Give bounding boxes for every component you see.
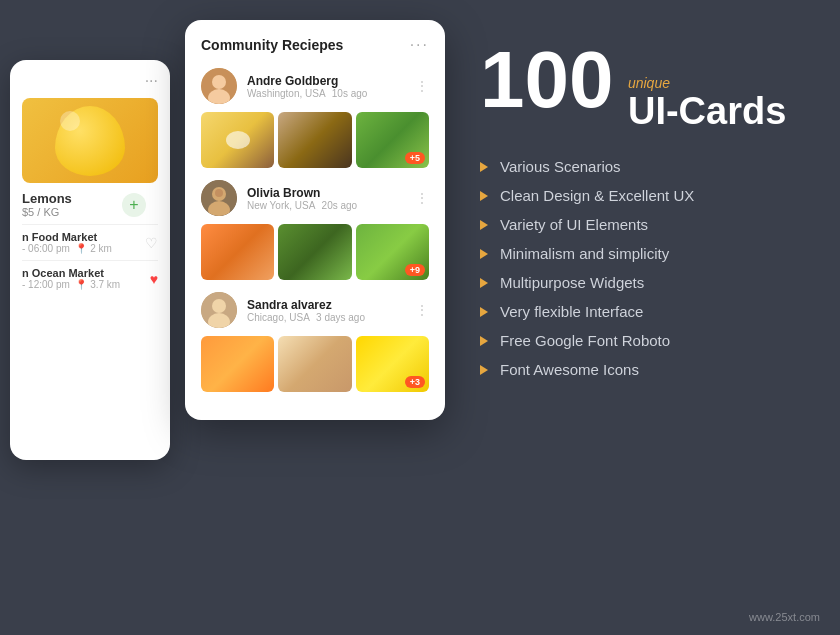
feature-item-7: Font Awesome Icons bbox=[480, 361, 800, 378]
arrow-icon bbox=[480, 365, 488, 375]
feature-item-1: Clean Design & Excellent UX bbox=[480, 187, 800, 204]
feature-text-6: Free Google Font Roboto bbox=[500, 332, 670, 349]
feature-text-5: Very flexible Interface bbox=[500, 303, 643, 320]
big-number: 100 bbox=[480, 40, 613, 120]
ui-cards-label: UI-Cards bbox=[628, 92, 786, 130]
user-name-1: Andre Goldberg bbox=[247, 74, 415, 88]
user-options-2[interactable]: ⋮ bbox=[415, 190, 429, 206]
food-info-row: Lemons $5 / KG + bbox=[22, 191, 158, 218]
features-list: Various ScenariosClean Design & Excellen… bbox=[480, 158, 800, 378]
photo-hand bbox=[278, 336, 351, 392]
heart-icon-2[interactable]: ♥ bbox=[150, 271, 158, 287]
market-item-2: n Ocean Market - 12:00 pm 📍 3.7 km ♥ bbox=[22, 260, 158, 296]
feature-item-4: Multipurpose Widgets bbox=[480, 274, 800, 291]
arrow-icon bbox=[480, 278, 488, 288]
feature-text-7: Font Awesome Icons bbox=[500, 361, 639, 378]
market-detail-1: - 06:00 pm 📍 2 km bbox=[22, 243, 112, 254]
user-info-1: Andre Goldberg Washington, USA 10s ago bbox=[247, 74, 415, 99]
market-item-1: n Food Market - 06:00 pm 📍 2 km ♡ bbox=[22, 224, 158, 260]
user-options-1[interactable]: ⋮ bbox=[415, 78, 429, 94]
photo-eggs bbox=[201, 112, 274, 168]
market-name-1: n Food Market bbox=[22, 231, 112, 243]
card-header: Community Reciepes ··· bbox=[201, 36, 429, 54]
user-options-3[interactable]: ⋮ bbox=[415, 302, 429, 318]
user-row-2: Olivia Brown New York, USA 20s ago ⋮ bbox=[201, 180, 429, 216]
feature-text-0: Various Scenarios bbox=[500, 158, 621, 175]
photo-fish bbox=[278, 112, 351, 168]
arrow-icon bbox=[480, 162, 488, 172]
user-info-3: Sandra alvarez Chicago, USA 3 days ago bbox=[247, 298, 415, 323]
feature-item-3: Minimalism and simplicity bbox=[480, 245, 800, 262]
photo-grid-1: +5 bbox=[201, 112, 429, 168]
user-name-3: Sandra alvarez bbox=[247, 298, 415, 312]
user-row-3: Sandra alvarez Chicago, USA 3 days ago ⋮ bbox=[201, 292, 429, 328]
card-title: Community Reciepes bbox=[201, 37, 343, 53]
feature-item-0: Various Scenarios bbox=[480, 158, 800, 175]
user-section-3: Sandra alvarez Chicago, USA 3 days ago ⋮… bbox=[201, 292, 429, 392]
photo-banana: +3 bbox=[356, 336, 429, 392]
user-section-1: Andre Goldberg Washington, USA 10s ago ⋮… bbox=[201, 68, 429, 168]
card-menu-dots[interactable]: ··· bbox=[410, 36, 429, 54]
lemon-shape bbox=[55, 106, 125, 176]
photo-grid-3: +3 bbox=[201, 336, 429, 392]
heart-icon-1[interactable]: ♡ bbox=[145, 235, 158, 251]
photo-drink bbox=[201, 336, 274, 392]
user-section-2: Olivia Brown New York, USA 20s ago ⋮ +9 bbox=[201, 180, 429, 280]
user-location-3: Chicago, USA 3 days ago bbox=[247, 312, 415, 323]
back-card-dots: ··· bbox=[22, 72, 158, 90]
food-price: $5 / KG bbox=[22, 206, 72, 218]
svg-point-6 bbox=[215, 189, 223, 197]
arrow-icon bbox=[480, 336, 488, 346]
title-block: unique UI-Cards bbox=[628, 75, 786, 130]
feature-text-3: Minimalism and simplicity bbox=[500, 245, 669, 262]
user-name-2: Olivia Brown bbox=[247, 186, 415, 200]
user-location-2: New York, USA 20s ago bbox=[247, 200, 415, 211]
photo-bowl: +9 bbox=[356, 224, 429, 280]
back-card: ··· Lemons $5 / KG + n Food Market - 06:… bbox=[10, 60, 170, 460]
arrow-icon bbox=[480, 249, 488, 259]
watermark: www.25xt.com bbox=[749, 611, 820, 623]
user-row-1: Andre Goldberg Washington, USA 10s ago ⋮ bbox=[201, 68, 429, 104]
photo-salad: +5 bbox=[356, 112, 429, 168]
photo-soup bbox=[201, 224, 274, 280]
feature-text-4: Multipurpose Widgets bbox=[500, 274, 644, 291]
lemon-image bbox=[22, 98, 158, 183]
food-label: Lemons bbox=[22, 191, 72, 206]
user-location-1: Washington, USA 10s ago bbox=[247, 88, 415, 99]
avatar-3 bbox=[201, 292, 237, 328]
arrow-icon bbox=[480, 307, 488, 317]
hero-heading: 100 unique UI-Cards bbox=[480, 40, 800, 130]
market-detail-2: - 12:00 pm 📍 3.7 km bbox=[22, 279, 120, 290]
photo-badge-3: +3 bbox=[405, 376, 425, 388]
market-name-2: n Ocean Market bbox=[22, 267, 120, 279]
add-button[interactable]: + bbox=[122, 193, 146, 217]
feature-text-2: Variety of UI Elements bbox=[500, 216, 648, 233]
arrow-icon bbox=[480, 220, 488, 230]
avatar-1 bbox=[201, 68, 237, 104]
right-panel: 100 unique UI-Cards Various ScenariosCle… bbox=[480, 40, 800, 390]
photo-greens bbox=[278, 224, 351, 280]
feature-text-1: Clean Design & Excellent UX bbox=[500, 187, 694, 204]
user-info-2: Olivia Brown New York, USA 20s ago bbox=[247, 186, 415, 211]
user-time-1: 10s ago bbox=[332, 88, 368, 99]
photo-grid-2: +9 bbox=[201, 224, 429, 280]
feature-item-2: Variety of UI Elements bbox=[480, 216, 800, 233]
photo-badge-1: +5 bbox=[405, 152, 425, 164]
market-section: n Food Market - 06:00 pm 📍 2 km ♡ n Ocea… bbox=[22, 224, 158, 296]
user-time-3: 3 days ago bbox=[316, 312, 365, 323]
photo-badge-2: +9 bbox=[405, 264, 425, 276]
svg-point-1 bbox=[212, 75, 226, 89]
feature-item-6: Free Google Font Roboto bbox=[480, 332, 800, 349]
main-card: Community Reciepes ··· Andre Goldberg Wa… bbox=[185, 20, 445, 420]
feature-item-5: Very flexible Interface bbox=[480, 303, 800, 320]
avatar-2 bbox=[201, 180, 237, 216]
svg-point-8 bbox=[212, 299, 226, 313]
user-time-2: 20s ago bbox=[322, 200, 358, 211]
arrow-icon bbox=[480, 191, 488, 201]
